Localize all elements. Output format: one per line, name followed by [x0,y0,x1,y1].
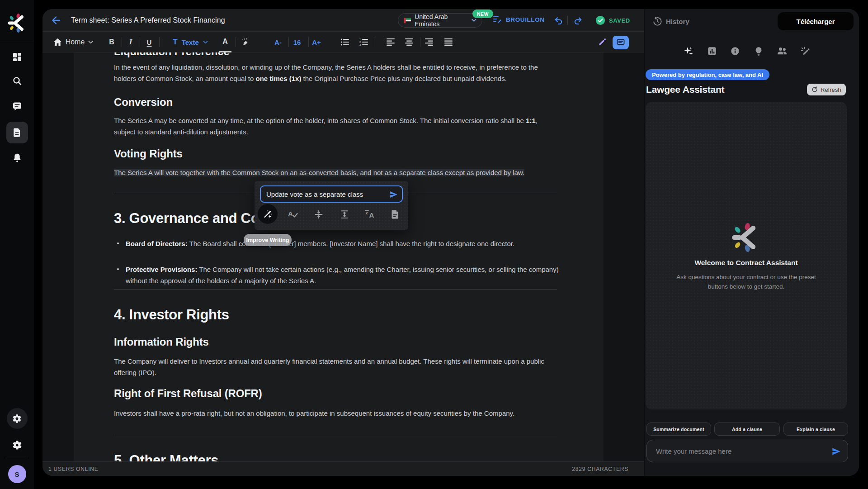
highlighter-icon [241,38,250,47]
uae-flag-icon [404,18,411,24]
toolbar-separator [122,37,122,47]
text-style-t-icon: T [173,38,177,47]
section-divider [114,435,557,435]
paragraph-conversion: The Series A may be converted at any tim… [114,115,559,138]
preset-add-clause-button[interactable]: Add a clause [714,423,780,436]
align-center-icon [405,38,414,46]
ai-prompt-input[interactable] [265,186,383,202]
sidebar-item-documents[interactable] [6,122,28,143]
align-left-button[interactable] [385,32,397,52]
bullet-board-of-directors: Board of Directors: The Board shall cons… [114,238,559,249]
new-badge: NEW [472,9,493,18]
fix-grammar-button[interactable]: A [288,209,298,220]
assistant-message-box [646,440,848,462]
bold-button[interactable]: B [105,32,118,52]
lightbulb-icon [754,46,764,56]
underline-button[interactable]: U [143,32,156,52]
left-sidebar: S [0,0,34,489]
refresh-label: Refresh [821,86,841,93]
user-avatar[interactable]: S [8,465,26,483]
draft-status[interactable]: BROUILLON [493,15,545,24]
send-message-button[interactable] [831,446,841,458]
ai-prompt-send-button[interactable] [389,190,398,201]
preset-explain-clause-button[interactable]: Explain a clause [783,423,848,436]
numbered-list-button[interactable]: 1 2 3 [358,32,370,52]
powered-by-badge: Powered by regulation, case law, and AI [646,69,769,80]
justify-button[interactable] [443,32,455,52]
sidebar-item-search[interactable] [12,76,23,86]
font-size-value[interactable]: 16 [290,32,304,52]
history-button[interactable]: History [652,16,689,26]
redo-icon [573,16,583,25]
paragraph-information-rights: The Company will deliver to Investors an… [114,356,559,378]
back-button[interactable] [51,15,61,27]
ideas-tab[interactable] [753,46,764,57]
character-count: 2829 CHARACTERS [572,466,628,472]
font-decrease-button[interactable]: A- [271,32,285,52]
font-increase-button[interactable]: A+ [309,32,324,52]
italic-button[interactable]: I [124,32,137,52]
chevron-down-icon [472,19,476,22]
info-tab[interactable] [730,46,741,57]
compress-icon [314,209,324,219]
text-style-label: Texte [182,38,199,46]
undo-redo-divider [567,16,568,25]
translate-button[interactable]: x A [364,209,375,220]
country-selector[interactable]: United Arab Emirates [398,13,482,28]
magic-wand-icon [263,209,273,219]
toolbar-separator [236,37,236,47]
paragraph-liquidation: In the event of any liquidation, dissolu… [114,62,559,84]
analytics-tab[interactable] [707,46,717,57]
comments-button[interactable] [613,36,629,49]
bullet-protective-provisions: Protective Provisions: The Company will … [114,264,559,286]
sparkles-tab[interactable] [683,46,694,57]
bell-icon [12,152,23,163]
refresh-button[interactable]: Refresh [807,84,846,95]
formatting-toolbar: Home B I U T Texte A [42,32,644,52]
highlighter-button[interactable] [239,32,251,52]
document-page[interactable]: Liquidation Preference In the event of a… [74,52,604,461]
save-status: SAVED [595,15,630,25]
sidebar-item-settings[interactable] [12,440,23,451]
improve-writing-tooltip: Improve Writing [244,234,292,246]
annotate-pen-button[interactable] [595,32,609,52]
align-center-button[interactable] [403,32,416,52]
download-button[interactable]: Télécharger [778,12,854,30]
inline-ai-popup: A x A [255,181,408,230]
text-style-menu[interactable]: T Texte [165,32,215,52]
numbered-list-icon: 1 2 3 [359,38,368,46]
check-circle-icon [595,15,605,25]
send-icon [831,446,841,456]
selected-text: The Series A will vote together with the… [114,169,524,176]
sidebar-item-notifications[interactable] [12,152,23,163]
home-menu[interactable]: Home [51,32,96,52]
heading-other-matters: 5. Other Matters [114,452,559,461]
ai-edit-tab[interactable] [800,46,811,57]
sidebar-item-dashboard[interactable] [12,52,23,62]
preset-summarize-button[interactable]: Summarize document [646,423,711,436]
lawgee-logo-icon[interactable] [8,14,27,33]
save-status-label: SAVED [609,17,630,24]
bullet-list-button[interactable] [339,32,351,52]
align-right-button[interactable] [423,32,436,52]
paragraph-rofr: Investors shall have a pro-rata right, b… [114,408,559,419]
collaborators-tab[interactable] [777,46,788,57]
sidebar-item-chat[interactable] [12,101,23,112]
info-icon [730,46,740,56]
people-icon [777,46,788,56]
summarize-button[interactable] [390,209,401,220]
improve-writing-button[interactable] [258,204,278,224]
country-label: United Arab Emirates [415,13,468,28]
heading-investor-rights: 4. Investor Rights [114,307,559,323]
redo-button[interactable] [573,16,583,27]
font-color-button[interactable]: A [219,32,231,52]
sidebar-item-settings-alt[interactable] [7,408,28,429]
make-longer-button[interactable] [339,209,350,220]
document-icon [12,127,23,138]
heading-voting-rights: Voting Rights [114,147,559,160]
make-shorter-button[interactable] [313,209,324,220]
undo-button[interactable] [554,16,563,27]
align-left-icon [387,38,396,46]
assistant-message-input[interactable] [655,440,827,462]
svg-text:A: A [369,211,374,219]
